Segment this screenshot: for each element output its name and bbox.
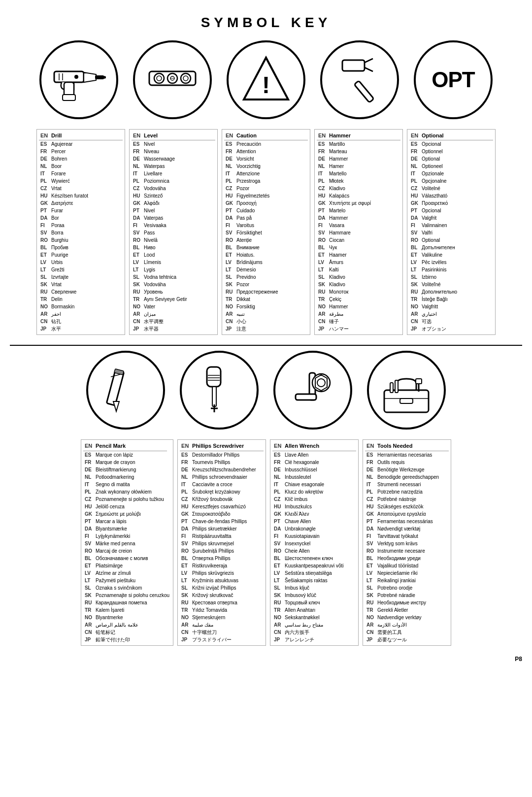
- lang-code: FR: [132, 148, 142, 155]
- lang-value: Reikalingi įrankiai: [376, 577, 449, 584]
- table-row: SLVodna tehtnica: [132, 273, 215, 281]
- lang-value: Σταυροκατσάβιδο: [191, 510, 264, 518]
- lang-code: NL: [83, 473, 94, 481]
- table-row: NLPotloodmarkering: [83, 473, 171, 481]
- svg-rect-4: [64, 82, 74, 96]
- table-row: LVSešstūra stieņatslēga: [272, 569, 356, 577]
- lang-value: Hoiatus.: [235, 251, 308, 259]
- table-row: HUSzintező: [132, 192, 215, 199]
- table-row: ROMarcaj de creion: [83, 547, 171, 555]
- lang-code: NO: [317, 303, 328, 310]
- table-row: CZKladivo: [317, 185, 400, 192]
- lang-value: Διατρήστε: [50, 199, 123, 207]
- table-row: ITSegno di matita: [83, 481, 171, 488]
- lang-code: IT: [180, 481, 191, 488]
- table-row: LTReikalingi įrankiai: [365, 577, 449, 584]
- pencil-header-name: Pencil Mark: [94, 442, 167, 451]
- allen-wrench-icon: [273, 351, 352, 430]
- table-row: LVUrbis: [39, 259, 123, 266]
- lang-value: 钻孔: [50, 318, 123, 325]
- lang-code: CZ: [365, 496, 376, 503]
- table-row: NOStjerneskrujern: [180, 614, 264, 621]
- lang-value: Шестостепенен ключ: [283, 555, 356, 562]
- table-row: GKΣημειώστε με μολύβι: [83, 510, 171, 518]
- lang-code: FR: [224, 148, 235, 155]
- table-row: FITarvittavat työkalut: [365, 532, 449, 540]
- table-row: JPアレンレンチ: [272, 636, 356, 643]
- lang-value: Nivel: [142, 207, 215, 214]
- table-row: TRGerekli Aletler: [365, 606, 449, 614]
- lang-value: Borra: [50, 229, 123, 236]
- lang-value: Marteau: [328, 148, 400, 155]
- lang-value: Kladivo: [328, 281, 400, 288]
- lang-code: SL: [39, 273, 50, 281]
- table-row: LTKryžminis atsuktuvas: [180, 577, 264, 584]
- lang-code: JP: [224, 325, 235, 332]
- table-row: FILyijykynämerkki: [83, 532, 171, 540]
- lang-code: FR: [409, 148, 420, 155]
- lang-code: PL: [224, 177, 235, 185]
- table-row: FROptionnel: [409, 148, 493, 155]
- lang-code: IT: [39, 170, 50, 177]
- table-row: SVPhilips skruvmejsel: [180, 540, 264, 547]
- lang-code: RU: [317, 288, 328, 296]
- svg-rect-0: [54, 71, 84, 82]
- lang-code: IT: [224, 170, 235, 177]
- table-row: ITForare: [39, 170, 123, 177]
- table-row: PTCuidado: [224, 207, 308, 214]
- table-row: ARمطرقة: [317, 310, 400, 318]
- lang-code: PL: [39, 177, 50, 185]
- lang-value: Imbus ključ: [283, 584, 356, 592]
- table-row: DABlyantsmærke: [83, 525, 171, 532]
- lang-code: IT: [83, 481, 94, 488]
- table-row: LTDėmesio: [224, 266, 308, 273]
- table-row: NOBlyantmerke: [83, 614, 171, 621]
- table-row: SKPozor: [224, 281, 308, 288]
- table-row: PTMartelo: [317, 207, 400, 214]
- table-row: NLHamer: [317, 163, 400, 170]
- lang-value: Kalapács: [328, 192, 400, 199]
- lang-value: Lood: [142, 251, 215, 259]
- table-row: FRPercer: [39, 148, 123, 155]
- table-row: LTPasirinkinis: [409, 266, 493, 273]
- lang-code: RO: [272, 547, 283, 555]
- lang-value: Opcional: [420, 207, 493, 214]
- table-row: SVInsexnyckel: [272, 540, 356, 547]
- lang-value: Dikkat: [235, 296, 308, 303]
- lang-value: Percer: [50, 148, 123, 155]
- lang-code: NL: [224, 163, 235, 170]
- lang-value: Chave-de-fendas Phillips: [191, 518, 264, 525]
- table-row: RUКрестовая отвертка: [180, 599, 264, 606]
- lang-code: RU: [83, 599, 94, 606]
- lang-value: Pliatsimärge: [94, 562, 171, 569]
- lang-value: Urbis: [50, 259, 123, 266]
- lang-value: Pozor: [235, 281, 308, 288]
- table-row: BLЧук: [317, 244, 400, 251]
- table-row: JP水平: [39, 325, 123, 332]
- table-row: SKImbusový kľúč: [272, 592, 356, 599]
- lang-value: Valfri: [420, 229, 493, 236]
- lang-code: LT: [180, 577, 191, 584]
- table-row: PLPrzestroga: [224, 177, 308, 185]
- lang-code: PL: [317, 177, 328, 185]
- svg-rect-42: [416, 379, 422, 384]
- lang-code: NL: [132, 163, 142, 170]
- lang-code: NL: [39, 163, 50, 170]
- table-row: ARالأدوات اللازمة: [365, 621, 449, 629]
- lang-code: DA: [365, 525, 376, 532]
- table-row: LTŠešiakampis raktas: [272, 577, 356, 584]
- svg-rect-25: [207, 367, 221, 387]
- lang-code: FR: [39, 148, 50, 155]
- table-row: DAValgfrit: [409, 214, 493, 222]
- lang-value: Attention: [235, 148, 308, 155]
- lang-value: الأدوات اللازمة: [376, 621, 449, 629]
- lang-value: Waterpas: [142, 163, 215, 170]
- lang-code: SL: [224, 273, 235, 281]
- lang-value: 必要なツール: [376, 636, 449, 643]
- lang-code: RU: [272, 599, 283, 606]
- lang-code: RO: [180, 547, 191, 555]
- table-row: ROOptional: [409, 236, 493, 244]
- lang-code: NO: [83, 614, 94, 621]
- lang-value: Lygis: [142, 266, 215, 273]
- table-row: ESNivel: [132, 140, 215, 148]
